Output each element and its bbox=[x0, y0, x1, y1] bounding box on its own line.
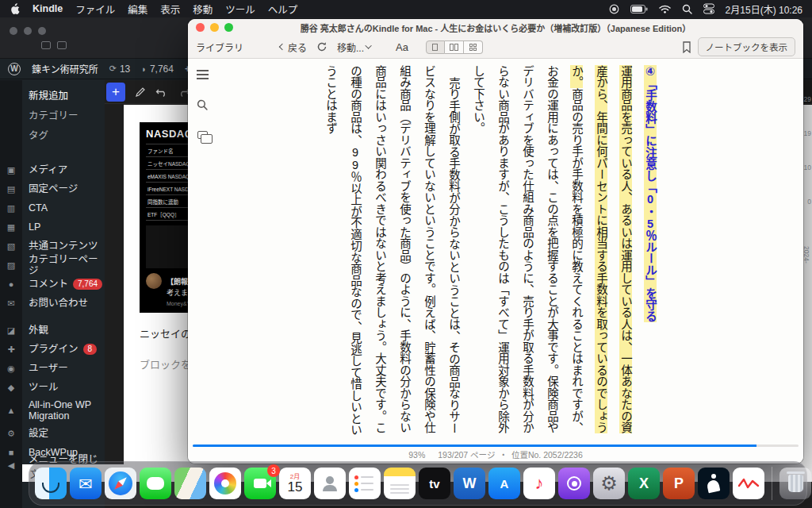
spotlight-icon[interactable] bbox=[682, 4, 692, 14]
dock-excel-icon[interactable]: X bbox=[628, 468, 660, 499]
dock-activity-monitor-icon[interactable] bbox=[733, 468, 764, 499]
wp-site-name[interactable]: 錬キン術研究所 bbox=[32, 62, 98, 75]
browser-minimize-icon[interactable] bbox=[24, 27, 32, 35]
dock-word-icon[interactable]: W bbox=[454, 468, 485, 499]
lp-icon bbox=[6, 222, 17, 233]
collapse-icon bbox=[6, 460, 17, 471]
sidebar-item-lp[interactable]: LP bbox=[0, 217, 105, 237]
screen-record-indicator-icon[interactable] bbox=[609, 4, 619, 14]
sidebar-item-plugins[interactable]: プラグイン 8 bbox=[0, 340, 105, 359]
browser-tab-icon[interactable] bbox=[41, 41, 51, 49]
sidebar-item-tools[interactable]: ツール bbox=[0, 378, 105, 397]
single-page-view-button[interactable] bbox=[426, 40, 445, 54]
grid-view-button[interactable] bbox=[464, 40, 483, 54]
kindle-titlebar: 勝谷 亮太郎さんのKindle for Mac - 人生にお金はいくら必要か（増… bbox=[188, 19, 803, 36]
search-icon[interactable] bbox=[195, 98, 209, 111]
sidebar-item-media[interactable]: メディア bbox=[0, 160, 105, 179]
show-notebook-button[interactable]: ノートブックを表示 bbox=[698, 37, 796, 56]
dock-tv-icon[interactable]: tv bbox=[419, 468, 450, 499]
sidebar-item-categories[interactable]: カテゴリー bbox=[0, 105, 105, 125]
migration-icon bbox=[6, 406, 17, 415]
comments-icon bbox=[6, 279, 17, 289]
sliver-number: 10 bbox=[802, 164, 811, 171]
dock-music-icon[interactable]: ♪ bbox=[523, 468, 555, 499]
goto-dropdown[interactable]: 移動... bbox=[337, 40, 372, 54]
dock-system-settings-icon[interactable]: ⚙ bbox=[593, 468, 625, 499]
sidebar-item-appearance[interactable]: 外観 bbox=[0, 321, 105, 340]
browser-close-icon[interactable] bbox=[10, 27, 17, 35]
back-chevron-icon bbox=[279, 44, 285, 50]
flashcards-icon[interactable] bbox=[195, 129, 209, 141]
dock-contacts-icon[interactable] bbox=[314, 468, 346, 499]
sidebar-item-comments[interactable]: コメント 7,764 bbox=[0, 275, 105, 294]
menubar-item-go[interactable]: 移動 bbox=[193, 2, 213, 17]
font-settings-button[interactable]: Aa bbox=[396, 41, 408, 53]
book-heading: ④「手数料」に注意し「0・5％ルール」を守る bbox=[638, 65, 662, 443]
kindle-window: 勝谷 亮太郎さんのKindle for Mac - 人生にお金はいくら必要か（増… bbox=[188, 19, 803, 464]
plugins-icon bbox=[6, 344, 17, 355]
dock-messages-icon[interactable] bbox=[140, 468, 171, 499]
menubar-item-view[interactable]: 表示 bbox=[160, 2, 180, 17]
edit-pencil-icon[interactable] bbox=[135, 87, 146, 98]
dock-trash-icon[interactable] bbox=[779, 468, 811, 499]
bookmark-icon[interactable] bbox=[682, 41, 691, 53]
fullscreen-window-icon[interactable] bbox=[224, 23, 233, 32]
dock-notes-icon[interactable] bbox=[384, 468, 416, 499]
category-pages-icon bbox=[6, 260, 17, 271]
dock-kindle-icon[interactable] bbox=[698, 468, 730, 499]
dock-photos-icon[interactable] bbox=[209, 468, 241, 499]
sidebar-item-add-new[interactable]: 新規追加 bbox=[0, 85, 105, 105]
minimize-window-icon[interactable] bbox=[210, 23, 219, 32]
table-of-contents-icon[interactable] bbox=[195, 68, 209, 81]
sidebar-item-pages[interactable]: 固定ページ bbox=[0, 179, 105, 198]
wifi-icon[interactable] bbox=[659, 5, 671, 13]
window-title: 勝谷 亮太郎さんのKindle for Mac - 人生にお金はいくら必要か（増… bbox=[301, 21, 691, 34]
sidebar-item-ai1wm[interactable]: All-in-One WP Migration bbox=[0, 397, 105, 424]
sidebar-item-tags[interactable]: タグ bbox=[0, 125, 105, 144]
pages-icon bbox=[6, 184, 17, 194]
menubar-item-edit[interactable]: 編集 bbox=[128, 2, 147, 17]
wp-updates-count[interactable]: ⟳ 13 bbox=[109, 64, 131, 75]
contact-icon bbox=[6, 298, 17, 309]
sidebar-item-users[interactable]: ユーザー bbox=[0, 359, 105, 378]
browser-zoom-icon[interactable] bbox=[38, 27, 46, 35]
dock-reminders-icon[interactable] bbox=[349, 468, 381, 499]
sidebar-item-category-pages[interactable]: カテゴリーページ bbox=[0, 256, 105, 275]
sidebar-item-cta[interactable]: CTA bbox=[0, 198, 105, 217]
menubar-datetime[interactable]: 2月15日(木) 10:26 bbox=[726, 2, 802, 16]
wp-comments-count[interactable]: ◗ 7,764 bbox=[141, 64, 174, 75]
sidebar-item-settings[interactable]: 設定 bbox=[0, 424, 105, 443]
close-window-icon[interactable] bbox=[196, 23, 205, 32]
menubar-item-file[interactable]: ファイル bbox=[75, 2, 115, 17]
back-button[interactable]: 戻る bbox=[280, 40, 307, 54]
battery-icon[interactable] bbox=[630, 5, 648, 13]
dock-calendar-icon[interactable]: 2月 15 bbox=[279, 468, 311, 499]
book-paragraph-2: 売り手側が取る手数料が分からないということは、その商品なりサービスなりを理解して… bbox=[318, 65, 465, 443]
dock-podcasts-icon[interactable] bbox=[558, 468, 590, 499]
dock-powerpoint-icon[interactable]: P bbox=[663, 468, 695, 499]
dock-mail-icon[interactable]: ✉ bbox=[70, 468, 102, 499]
location-indicator: 位置No. 2052/2236 bbox=[511, 448, 583, 460]
block-inserter-button[interactable] bbox=[106, 83, 125, 102]
sync-button[interactable] bbox=[316, 41, 327, 52]
menubar-item-help[interactable]: ヘルプ bbox=[268, 2, 298, 17]
book-page: ④「手数料」に注意し「0・5％ルール」を守る 運用商品を売っている人、あるいは運… bbox=[188, 59, 803, 444]
dock-finder-icon[interactable] bbox=[35, 468, 67, 499]
dock-safari-icon[interactable] bbox=[105, 468, 136, 499]
sliver-number: 29 bbox=[802, 95, 811, 103]
control-center-icon[interactable] bbox=[703, 3, 714, 14]
wordpress-logo-icon[interactable]: W bbox=[8, 63, 21, 75]
browser-tab-icon[interactable] bbox=[57, 41, 67, 49]
dock-maps-icon[interactable] bbox=[174, 468, 206, 499]
dock-app-store-icon[interactable]: A bbox=[488, 468, 520, 499]
library-button[interactable]: ライブラリ bbox=[196, 40, 243, 54]
menubar-app-name[interactable]: Kindle bbox=[33, 3, 63, 14]
reading-status: 93% 193/207 ページ ・ 位置No. 2052/2236 bbox=[188, 447, 803, 462]
dock-facetime-icon[interactable]: 3 bbox=[244, 468, 276, 499]
undo-icon[interactable] bbox=[155, 87, 168, 97]
menubar-item-tools[interactable]: ツール bbox=[225, 2, 255, 17]
sidebar-item-shared-content[interactable]: 共通コンテンツ bbox=[0, 237, 105, 256]
apple-menu-icon[interactable] bbox=[10, 3, 20, 15]
sidebar-item-contact[interactable]: お問い合わせ bbox=[0, 294, 105, 313]
two-page-view-button[interactable] bbox=[445, 40, 464, 54]
